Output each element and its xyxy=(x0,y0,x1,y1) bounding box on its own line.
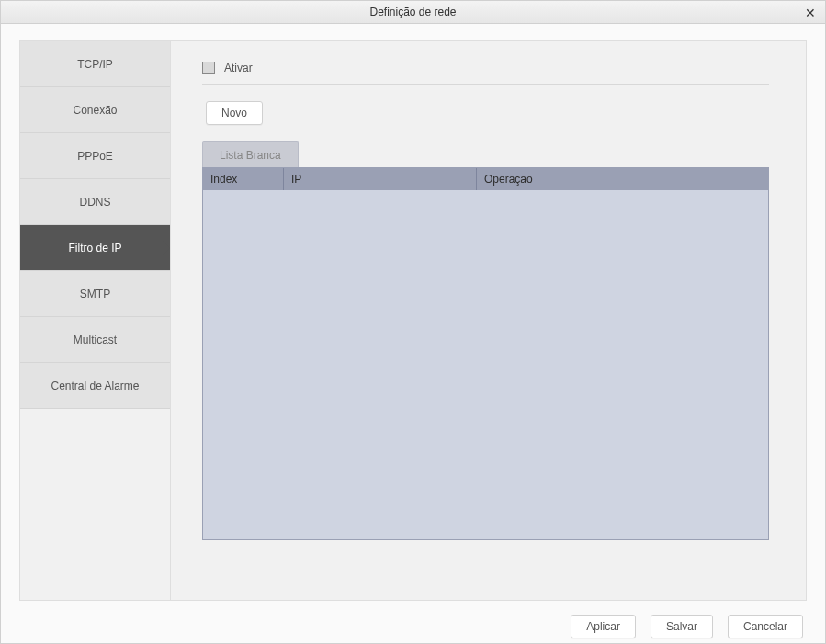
tab-lista-branca[interactable]: Lista Branca xyxy=(202,141,299,167)
sidebar-item-tcpip[interactable]: TCP/IP xyxy=(20,41,170,87)
sidebar-item-smtp[interactable]: SMTP xyxy=(20,271,170,317)
activate-checkbox[interactable] xyxy=(202,62,215,74)
sidebar-item-label: Filtro de IP xyxy=(68,242,121,254)
sidebar-item-ddns[interactable]: DDNS xyxy=(20,179,170,225)
new-button[interactable]: Novo xyxy=(206,101,263,125)
sidebar-item-label: Central de Alarme xyxy=(51,379,139,392)
save-button[interactable]: Salvar xyxy=(651,615,713,638)
titlebar: Definição de rede ✕ xyxy=(1,1,825,24)
col-operacao: Operação xyxy=(477,168,768,190)
window-body: TCP/IP Conexão PPPoE DDNS Filtro de IP S… xyxy=(1,24,825,610)
footer: Aplicar Salvar Cancelar xyxy=(1,610,825,643)
sidebar-item-label: PPPoE xyxy=(77,150,113,163)
window-title: Definição de rede xyxy=(369,6,456,18)
sidebar-item-central-alarme[interactable]: Central de Alarme xyxy=(20,363,170,409)
main-content: Ativar Novo Lista Branca Index IP Operaç… xyxy=(171,41,806,600)
window-root: Definição de rede ✕ TCP/IP Conexão PPPoE… xyxy=(0,0,826,644)
cancel-button[interactable]: Cancelar xyxy=(728,615,803,638)
sidebar-item-label: Conexão xyxy=(73,104,117,117)
sidebar: TCP/IP Conexão PPPoE DDNS Filtro de IP S… xyxy=(20,41,171,600)
col-ip: IP xyxy=(284,168,477,190)
sidebar-item-label: Multicast xyxy=(74,333,117,346)
content-panel: TCP/IP Conexão PPPoE DDNS Filtro de IP S… xyxy=(19,40,807,601)
tab-strip: Lista Branca xyxy=(202,141,769,167)
sidebar-item-label: SMTP xyxy=(80,288,110,300)
table-body xyxy=(203,190,768,539)
whitelist-table: Index IP Operação xyxy=(202,167,769,540)
divider xyxy=(202,84,769,85)
col-index: Index xyxy=(203,168,284,190)
apply-button[interactable]: Aplicar xyxy=(571,615,636,638)
sidebar-item-pppoe[interactable]: PPPoE xyxy=(20,133,170,179)
close-icon[interactable]: ✕ xyxy=(803,6,818,20)
sidebar-item-filtro-ip[interactable]: Filtro de IP xyxy=(20,225,170,271)
sidebar-item-label: DDNS xyxy=(79,196,110,209)
sidebar-item-multicast[interactable]: Multicast xyxy=(20,317,170,363)
table-header: Index IP Operação xyxy=(203,168,768,190)
sidebar-item-label: TCP/IP xyxy=(77,58,113,71)
sidebar-item-conexao[interactable]: Conexão xyxy=(20,87,170,133)
activate-row: Ativar xyxy=(202,62,769,74)
activate-label: Ativar xyxy=(224,62,253,74)
